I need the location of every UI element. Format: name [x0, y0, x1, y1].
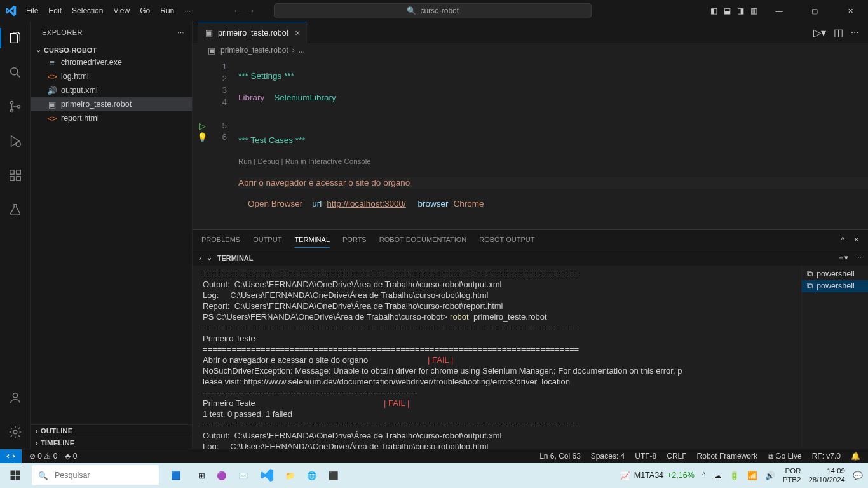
tray-battery-icon[interactable]: 🔋 — [729, 471, 740, 480]
chevron-down-icon[interactable]: ⌄ — [207, 254, 212, 262]
activity-testing-icon[interactable] — [0, 197, 31, 222]
svg-rect-13 — [11, 476, 15, 480]
terminal-list-item[interactable]: ⧉powershell — [802, 268, 868, 280]
tray-wifi-icon[interactable]: 📶 — [747, 471, 757, 480]
taskbar-search[interactable]: 🔍 Pesquisar — [32, 465, 159, 485]
activity-extensions-icon[interactable] — [0, 163, 31, 188]
file-output-xml[interactable]: 🔊output.xml — [31, 83, 192, 97]
vscode-task-icon[interactable] — [260, 468, 274, 482]
menu-selection[interactable]: Selection — [67, 4, 107, 18]
split-editor-icon[interactable]: ◫ — [834, 27, 843, 39]
breadcrumb[interactable]: ▣ primeiro_teste.robot › ... — [193, 43, 868, 57]
menu-file[interactable]: File — [22, 4, 43, 18]
tray-up-icon[interactable]: ^ — [702, 471, 706, 480]
t-line: Output: C:\Users\FERNANDA\OneDrive\Área … — [203, 280, 501, 289]
outline-label: OUTLINE — [41, 427, 72, 435]
menu-more-icon[interactable]: ··· — [180, 4, 195, 18]
terminal-list-item[interactable]: ⧉powershell — [802, 280, 868, 292]
nav-back-icon[interactable]: ← — [233, 6, 241, 15]
chrome-task-icon[interactable]: 🌐 — [307, 471, 317, 480]
nav-fwd-icon[interactable]: → — [247, 6, 255, 15]
layout-left-icon[interactable]: ◧ — [710, 6, 717, 15]
status-ports[interactable]: ⬘ 0 — [65, 452, 77, 461]
panel-max-icon[interactable]: ^ — [841, 236, 844, 244]
activity-settings-icon[interactable] — [0, 419, 31, 445]
timeline-section[interactable]: ›TIMELINE — [31, 437, 192, 449]
tab-more-icon[interactable]: ··· — [851, 27, 859, 38]
mail-icon[interactable]: ✉️ — [238, 471, 248, 480]
window-max-icon[interactable]: ▢ — [801, 0, 829, 22]
tray-lang[interactable]: PORPTB2 — [783, 466, 801, 484]
menu-edit[interactable]: Edit — [44, 4, 66, 18]
cmd-task-icon[interactable]: ⬛ — [329, 471, 339, 480]
layout-bottom-icon[interactable]: ⬓ — [724, 6, 731, 15]
terminal-more-icon[interactable]: ··· — [856, 253, 862, 262]
t-line: Log: C:\Users\FERNANDA\OneDrive\Área de … — [203, 290, 488, 300]
code-lens[interactable]: Run | Debug | Run in Interactive Console — [238, 156, 868, 168]
status-spaces[interactable]: Spaces: 4 — [591, 452, 625, 461]
ptab-robot-doc[interactable]: ROBOT DOCUMENTATION — [379, 236, 467, 243]
search-placeholder: Pesquisar — [55, 471, 90, 480]
menu-view[interactable]: View — [109, 4, 134, 18]
new-terminal-icon[interactable]: ＋▾ — [837, 253, 848, 262]
activity-explorer-icon[interactable] — [0, 25, 31, 51]
code-content[interactable]: *** Settings *** Library SeleniumLibrary… — [233, 57, 868, 229]
tray-onedrive-icon[interactable]: ☁ — [714, 471, 722, 480]
run-glyph-icon[interactable]: ▷ — [193, 120, 212, 132]
remote-icon[interactable] — [0, 449, 22, 463]
outline-section[interactable]: ›OUTLINE — [31, 424, 192, 437]
lightbulb-icon[interactable]: 💡 — [193, 132, 212, 144]
t-line: Output: C:\Users\FERNANDA\OneDrive\Área … — [203, 431, 501, 440]
stock-widget[interactable]: 📈 M1TA34 +2,16% — [620, 471, 695, 480]
file-chromedriver[interactable]: ≡chromedriver.exe — [31, 55, 192, 69]
tab-close-icon[interactable]: × — [295, 28, 300, 38]
run-play-icon[interactable]: ▷▾ — [813, 27, 826, 39]
command-center[interactable]: 🔍 curso-robot — [274, 3, 592, 18]
status-lang[interactable]: Robot Framework — [697, 452, 757, 461]
status-problems[interactable]: ⊘ 0 ⚠ 0 — [29, 452, 57, 461]
tab-primeiro-teste[interactable]: ▣ primeiro_teste.robot × — [198, 22, 307, 43]
project-header[interactable]: ⌄ CURSO-ROBOT — [31, 44, 192, 55]
explorer-more-icon[interactable]: ··· — [177, 29, 184, 36]
ptab-terminal[interactable]: TERMINAL — [294, 236, 330, 248]
menu-run[interactable]: Run — [156, 4, 179, 18]
window-min-icon[interactable]: — — [765, 0, 793, 22]
file-icon: <> — [47, 113, 57, 123]
status-lncol[interactable]: Ln 6, Col 63 — [539, 452, 581, 461]
ptab-problems[interactable]: PROBLEMS — [201, 236, 240, 243]
svg-point-0 — [10, 68, 17, 75]
file-primeiro-teste[interactable]: ▣primeiro_teste.robot — [31, 97, 192, 111]
status-bell-icon[interactable]: 🔔 — [851, 452, 860, 461]
activity-run-icon[interactable] — [0, 128, 31, 154]
status-golive[interactable]: ⧉ Go Live — [768, 452, 802, 461]
ptab-output[interactable]: OUTPUT — [253, 236, 281, 243]
ptab-robot-output[interactable]: ROBOT OUTPUT — [479, 236, 534, 243]
panel-close-icon[interactable]: ✕ — [853, 236, 859, 244]
status-encoding[interactable]: UTF-8 — [635, 452, 656, 461]
terminal-output[interactable]: ========================================… — [193, 266, 801, 449]
tray-sound-icon[interactable]: 🔊 — [765, 471, 775, 480]
menu-go[interactable]: Go — [135, 4, 154, 18]
file-report-html[interactable]: <>report.html — [31, 111, 192, 125]
activity-search-icon[interactable] — [0, 60, 31, 85]
explorer-task-icon[interactable]: 📁 — [285, 471, 295, 480]
layout-custom-icon[interactable]: ▥ — [750, 6, 757, 15]
status-eol[interactable]: CRLF — [667, 452, 686, 461]
window-close-icon[interactable]: ✕ — [836, 0, 864, 22]
chevron-right-icon[interactable]: › — [199, 254, 201, 262]
cortana-icon[interactable]: 🟦 — [163, 466, 189, 484]
activity-scm-icon[interactable] — [0, 94, 31, 119]
file-log-html[interactable]: <>log.html — [31, 69, 192, 83]
code-editor[interactable]: ▷ 💡 123456 *** Settings *** Library Sele… — [193, 57, 868, 229]
task-view-icon[interactable]: ⊞ — [198, 471, 205, 480]
copilot-icon[interactable]: 🟣 — [217, 471, 227, 480]
t-line: ----------------------------------------… — [203, 388, 417, 397]
tray-clock[interactable]: 14:0928/10/2024 — [808, 466, 845, 484]
ptab-ports[interactable]: PORTS — [342, 236, 367, 243]
activity-account-icon[interactable] — [0, 385, 31, 410]
code-token: http://localhost:3000/ — [327, 199, 406, 208]
start-button[interactable] — [0, 470, 31, 481]
status-rf[interactable]: RF: v7.0 — [812, 452, 841, 461]
tray-notifications-icon[interactable]: 💬 — [853, 471, 863, 480]
layout-right-icon[interactable]: ◨ — [737, 6, 744, 15]
